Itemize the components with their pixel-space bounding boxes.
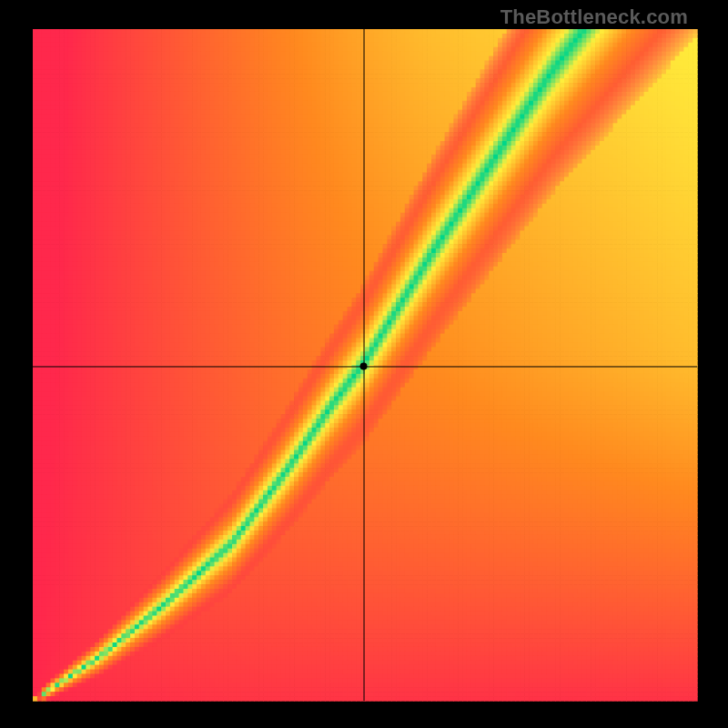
watermark-text: TheBottleneck.com xyxy=(500,5,688,29)
chart-frame: TheBottleneck.com xyxy=(0,0,728,728)
heatmap-canvas xyxy=(0,0,728,728)
